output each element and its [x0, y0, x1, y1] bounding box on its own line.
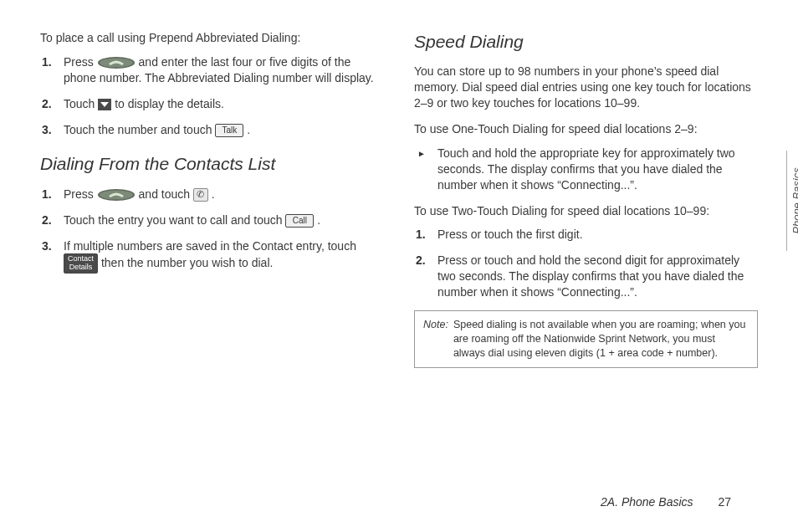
one-touch-list: Touch and hold the appropriate key for a… [414, 146, 758, 193]
page-number: 27 [718, 495, 731, 509]
list-item: 2. Touch to display the details. [59, 96, 384, 112]
note-label: Note: [423, 318, 448, 361]
step-text: . [247, 123, 250, 136]
contact-details-softkey: Contact Details [64, 253, 98, 274]
step-text: Touch the number and touch [64, 123, 215, 136]
step-text: Press or touch and hold the second digit… [437, 253, 744, 299]
speed-dial-body: You can store up to 98 numbers in your p… [414, 64, 758, 111]
list-item: Touch and hold the appropriate key for a… [432, 146, 758, 193]
step-text: . [317, 213, 320, 227]
step-text: . [212, 187, 215, 201]
list-item: 1. Press and enter the last four or five… [59, 54, 384, 86]
list-item: 2. Press or touch and hold the second di… [432, 253, 758, 300]
contacts-icon [193, 188, 208, 202]
step-text: Touch [64, 97, 98, 110]
list-item: 2. Touch the entry you want to call and … [59, 212, 384, 228]
step-text: and touch [139, 187, 193, 201]
contacts-heading: Dialing From the Contacts List [40, 152, 384, 176]
prepend-intro: To place a call using Prepend Abbreviate… [40, 30, 384, 46]
right-column: Speed Dialing You can store up to 98 num… [414, 30, 758, 368]
footer-section: 2A. Phone Basics [601, 495, 693, 509]
dropdown-icon [98, 99, 111, 110]
step-text: Touch the entry you want to call and tou… [64, 213, 285, 227]
speed-dial-heading: Speed Dialing [414, 30, 758, 54]
note-body: Speed dialing is not available when you … [453, 318, 749, 361]
step-text: to display the details. [115, 97, 224, 110]
list-item: 3. If multiple numbers are saved in the … [59, 238, 384, 274]
list-item: 3. Touch the number and touch Talk . [59, 122, 384, 138]
one-touch-intro: To use One-Touch Dialing for speed dial … [414, 121, 758, 137]
step-text: If multiple numbers are saved in the Con… [64, 239, 356, 253]
step-text: then the number you wish to dial. [101, 256, 273, 269]
call-key-icon [97, 56, 136, 69]
section-tab: Phone Basics [786, 151, 798, 251]
step-text: Press [64, 55, 97, 69]
page-footer: 2A. Phone Basics 27 [601, 495, 731, 509]
left-column: To place a call using Prepend Abbreviate… [40, 30, 384, 368]
list-item: 1. Press or touch the first digit. [432, 227, 758, 243]
note-box: Note: Speed dialing is not available whe… [414, 310, 758, 368]
step-text: Press [64, 187, 97, 201]
prepend-steps: 1. Press and enter the last four or five… [40, 54, 384, 138]
two-touch-intro: To use Two-Touch Dialing for speed dial … [414, 203, 758, 219]
list-item: 1. Press and touch . [59, 187, 384, 202]
step-text: Press or touch the first digit. [437, 228, 583, 241]
contacts-steps: 1. Press and touch . 2. Touch the entry … [40, 187, 384, 274]
call-key-icon [97, 188, 136, 202]
two-touch-steps: 1. Press or touch the first digit. 2. Pr… [414, 227, 758, 300]
talk-softkey: Talk [215, 124, 243, 137]
page-content: To place a call using Prepend Abbreviate… [0, 0, 798, 368]
call-softkey: Call [285, 214, 314, 228]
